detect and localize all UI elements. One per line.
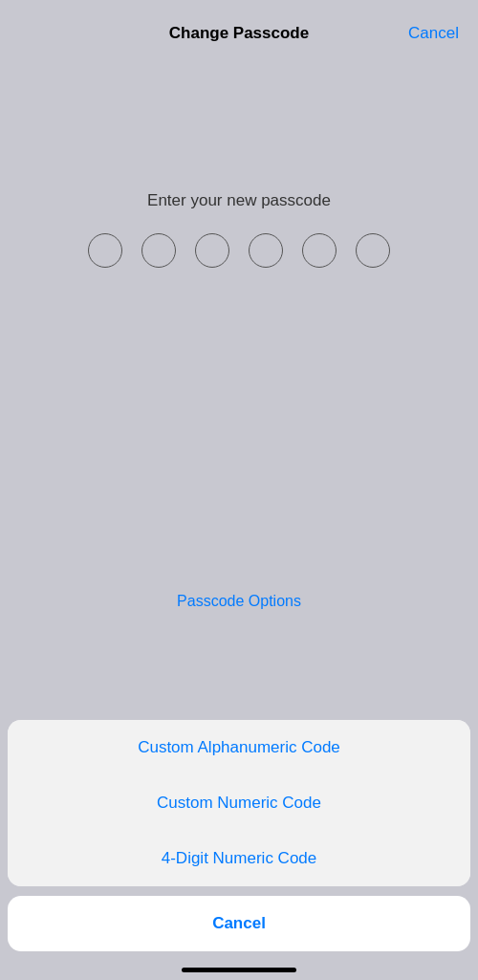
page-title: Change Passcode — [169, 24, 309, 43]
header-cancel-button[interactable]: Cancel — [408, 24, 459, 43]
header: Change Passcode Cancel — [0, 0, 478, 57]
four-digit-numeric-option[interactable]: 4-Digit Numeric Code — [8, 831, 470, 886]
passcode-dots — [88, 233, 390, 268]
action-sheet-cancel-button[interactable]: Cancel — [8, 896, 470, 951]
home-indicator — [182, 968, 296, 972]
passcode-prompt: Enter your new passcode — [147, 191, 331, 210]
passcode-dot-5 — [302, 233, 337, 268]
passcode-dot-4 — [249, 233, 283, 268]
custom-alphanumeric-option[interactable]: Custom Alphanumeric Code — [8, 720, 470, 775]
passcode-dot-3 — [195, 233, 229, 268]
passcode-dot-2 — [141, 233, 176, 268]
custom-numeric-option[interactable]: Custom Numeric Code — [8, 775, 470, 831]
action-sheet: Custom Alphanumeric Code Custom Numeric … — [0, 720, 478, 980]
passcode-options-link[interactable]: Passcode Options — [177, 593, 301, 610]
main-content: Enter your new passcode — [0, 57, 478, 268]
passcode-dot-1 — [88, 233, 122, 268]
options-group: Custom Alphanumeric Code Custom Numeric … — [8, 720, 470, 886]
passcode-dot-6 — [356, 233, 390, 268]
